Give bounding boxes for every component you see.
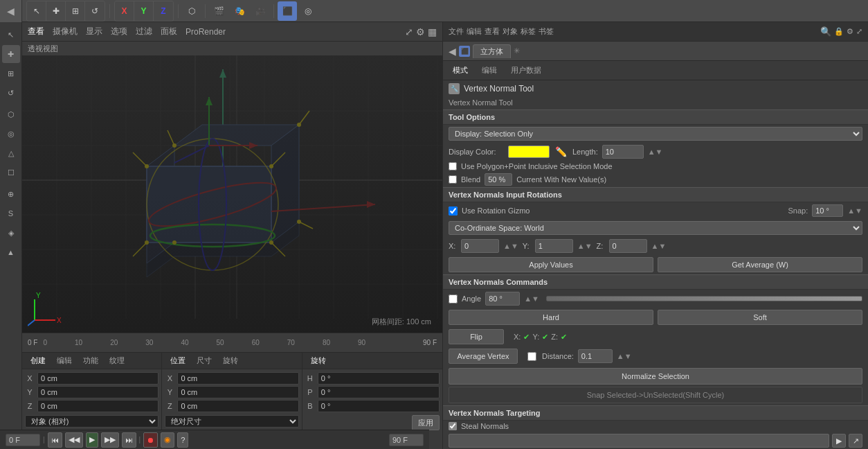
tab-view[interactable]: 查看 [28, 26, 44, 37]
z-arrows[interactable]: ▲▼ [650, 242, 668, 250]
rot-h-input[interactable] [318, 372, 440, 385]
size-y-input[interactable] [177, 386, 298, 398]
snap-arrows[interactable]: ▲▼ [847, 206, 862, 215]
distance-check[interactable] [527, 352, 536, 361]
settings-icon[interactable]: ⚙ [416, 26, 425, 37]
sidebar-poly[interactable]: ◎ [2, 125, 20, 143]
coord-space-select[interactable]: Co-Ordinate Space: World Co-Ordinate Spa… [449, 221, 862, 235]
pos-z-input[interactable] [37, 400, 159, 412]
help-btn[interactable]: ? [177, 432, 188, 448]
sidebar-move[interactable]: ✚ [2, 45, 20, 63]
z-axis-icon[interactable]: Z [154, 1, 173, 21]
sidebar-scale[interactable]: ⊞ [2, 64, 20, 82]
angle-input[interactable] [485, 292, 520, 306]
menu-edit[interactable]: 编辑 [467, 26, 482, 37]
anim-icon[interactable]: 🎭 [230, 1, 249, 21]
tab-create[interactable]: 创建 [28, 354, 48, 367]
z-input[interactable] [609, 239, 647, 253]
cam-icon[interactable]: 🎥 [251, 1, 270, 21]
tab-userdata[interactable]: 用户数据 [507, 64, 545, 77]
search-icon[interactable]: 🔍 [820, 26, 831, 37]
panel-icon[interactable]: ▦ [428, 26, 437, 37]
size-mode-select[interactable]: 绝对尺寸 [165, 415, 298, 428]
object-icon[interactable]: ⬡ [182, 1, 201, 21]
hard-button[interactable]: Hard [449, 310, 653, 325]
apply-values-button[interactable]: Apply Values [449, 257, 653, 272]
timeline-ruler[interactable]: 0 10 20 30 40 50 60 70 80 90 [43, 339, 417, 346]
frame-end-input[interactable] [389, 434, 424, 446]
expand-icon[interactable]: ⤢ [405, 26, 413, 37]
menu-view[interactable]: 查看 [485, 26, 500, 37]
tab-filter[interactable]: 过滤 [136, 26, 152, 37]
nurbs-icon[interactable]: ◎ [298, 1, 318, 21]
size-x-input[interactable] [177, 372, 298, 385]
get-average-button[interactable]: Get Average (W) [658, 257, 862, 272]
flip-x-check[interactable]: ✔ [523, 333, 530, 342]
keyframe-icon[interactable]: 🎬 [209, 1, 228, 21]
x-arrows[interactable]: ▲▼ [502, 242, 520, 250]
sidebar-paint[interactable]: ◈ [2, 224, 20, 242]
tab-options[interactable]: 选项 [111, 26, 127, 37]
targeting-input[interactable] [449, 434, 829, 448]
cube-icon[interactable]: ⬛ [278, 1, 297, 21]
sidebar-sculpt[interactable]: ▲ [2, 243, 20, 261]
sidebar-s[interactable]: S [2, 204, 20, 222]
sidebar-point[interactable]: ☐ [2, 164, 20, 182]
tab-camera[interactable]: 摄像机 [53, 26, 78, 37]
size-z-input[interactable] [177, 400, 298, 412]
sidebar-bend[interactable]: ⊕ [2, 185, 20, 203]
menu-tag[interactable]: 标签 [521, 26, 536, 37]
obj-name-tab[interactable]: 立方体 [473, 44, 511, 58]
distance-input[interactable] [578, 349, 613, 363]
length-arrow[interactable]: ▲▼ [648, 148, 663, 156]
length-input[interactable] [602, 145, 644, 159]
angle-slider[interactable] [546, 296, 862, 301]
sidebar-object[interactable]: ⬡ [2, 105, 20, 123]
tab-display[interactable]: 显示 [86, 26, 102, 37]
play-start-btn[interactable]: ⏮ [48, 432, 62, 448]
dist-arrows[interactable]: ▲▼ [617, 352, 632, 360]
menu-file[interactable]: 文件 [449, 26, 464, 37]
panel-settings-icon[interactable]: ⚙ [847, 27, 853, 36]
pos-y-input[interactable] [37, 386, 159, 398]
y-arrows[interactable]: ▲▼ [576, 242, 594, 250]
snap-selected-button[interactable]: Snap Selected->UnSelected(Shift Cycle) [449, 387, 862, 403]
y-input[interactable] [535, 239, 573, 253]
blend-check[interactable] [449, 175, 457, 184]
gizmo-check[interactable] [449, 206, 458, 215]
snap-input[interactable] [812, 204, 843, 217]
color-swatch[interactable] [508, 146, 550, 158]
soft-button[interactable]: Soft [658, 310, 862, 325]
rotate-icon[interactable]: ↺ [85, 1, 105, 21]
obj-tab2-icon[interactable]: ✳ [514, 46, 520, 55]
angle-check[interactable] [449, 294, 458, 303]
back-button[interactable]: ◀ [0, 0, 22, 22]
tab-edit-r[interactable]: 编辑 [478, 64, 501, 77]
pos-x-input[interactable] [37, 372, 159, 385]
frame-start-input[interactable] [22, 434, 40, 446]
sidebar-select[interactable]: ↖ [2, 26, 20, 44]
tab-function[interactable]: 功能 [80, 354, 101, 367]
color-picker-icon[interactable]: ✏️ [554, 146, 568, 157]
y-axis-icon[interactable]: Y [134, 1, 154, 21]
targeting-cursor-btn[interactable]: ↗ [849, 434, 862, 448]
blend-input[interactable] [485, 173, 512, 186]
select-icon[interactable]: ↖ [27, 1, 46, 21]
lock-icon[interactable]: 🔒 [834, 27, 844, 36]
expand-icon2[interactable]: ⤢ [856, 27, 862, 36]
tab-position[interactable]: 位置 [168, 354, 188, 367]
average-button[interactable]: Average Vertex [449, 349, 518, 364]
tab-panel[interactable]: 面板 [161, 26, 177, 37]
targeting-arrow-btn[interactable]: ▶ [832, 434, 846, 448]
prev-frame-btn[interactable]: ◀◀ [65, 432, 83, 448]
flip-z-check[interactable]: ✔ [561, 333, 567, 342]
x-input[interactable] [461, 239, 499, 253]
move-icon[interactable]: ✚ [46, 1, 66, 21]
tab-rotation[interactable]: 旋转 [220, 354, 241, 367]
sidebar-edge[interactable]: △ [2, 144, 20, 162]
flip-button[interactable]: Flip [449, 329, 504, 344]
tab-size[interactable]: 尺寸 [194, 354, 215, 367]
rot-b-input[interactable] [318, 400, 440, 412]
sidebar-rotate[interactable]: ↺ [2, 84, 20, 102]
use-polygon-check[interactable] [449, 162, 457, 170]
